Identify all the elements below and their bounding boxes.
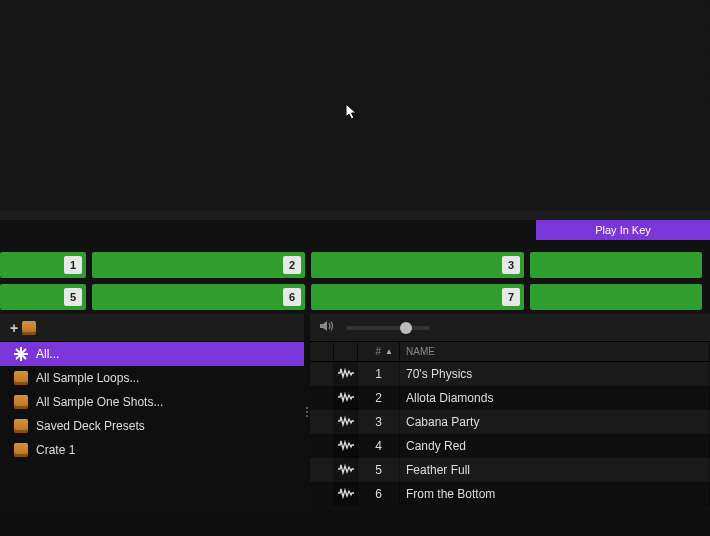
cell-number: 1 xyxy=(358,362,400,386)
waveform-icon xyxy=(338,367,354,381)
cell-waveform[interactable] xyxy=(334,458,358,482)
divider-strip xyxy=(0,210,710,220)
cell-name: Allota Diamonds xyxy=(400,386,710,410)
cell-name: Feather Full xyxy=(400,458,710,482)
sidebar-list: All...All Sample Loops...All Sample One … xyxy=(0,342,304,510)
play-in-key-button[interactable]: Play In Key xyxy=(536,220,710,240)
cell-name: 70's Physics xyxy=(400,362,710,386)
crate-icon xyxy=(14,395,28,409)
sort-asc-icon: ▲ xyxy=(385,347,393,356)
track-panel: # ▲ NAME 170's Physics2Allota Diamonds3C… xyxy=(310,314,710,510)
crate-icon xyxy=(14,371,28,385)
cell-spacer xyxy=(310,410,334,434)
cell-waveform[interactable] xyxy=(334,410,358,434)
sample-pad-2[interactable]: 2 xyxy=(92,252,305,278)
cell-number: 2 xyxy=(358,386,400,410)
crate-icon xyxy=(14,419,28,433)
sidebar-item[interactable]: All Sample Loops... xyxy=(0,366,304,390)
column-name-label: NAME xyxy=(406,346,435,357)
cell-spacer xyxy=(310,386,334,410)
sample-pad-4[interactable] xyxy=(530,252,702,278)
cell-waveform[interactable] xyxy=(334,362,358,386)
cell-number: 4 xyxy=(358,434,400,458)
pad-number: 5 xyxy=(64,288,82,306)
waveform-icon xyxy=(338,439,354,453)
column-name[interactable]: NAME xyxy=(400,342,710,361)
sidebar-item-label: All Sample Loops... xyxy=(36,371,139,385)
cell-name: From the Bottom xyxy=(400,482,710,506)
workspace-area xyxy=(0,0,710,210)
spark-icon xyxy=(14,347,28,361)
table-row[interactable]: 2Allota Diamonds xyxy=(310,386,710,410)
table-body: 170's Physics2Allota Diamonds3Cabana Par… xyxy=(310,362,710,510)
sidebar-item[interactable]: Crate 1 xyxy=(0,438,304,462)
column-waveform[interactable] xyxy=(334,342,358,361)
pad-number: 2 xyxy=(283,256,301,274)
sample-pad-7[interactable]: 7 xyxy=(311,284,524,310)
pad-number: 7 xyxy=(502,288,520,306)
preview-volume-row xyxy=(310,314,710,342)
sidebar-item-label: Crate 1 xyxy=(36,443,75,457)
sidebar-item[interactable]: All Sample One Shots... xyxy=(0,390,304,414)
pad-number: 1 xyxy=(64,256,82,274)
cell-spacer xyxy=(310,434,334,458)
cursor-icon xyxy=(345,103,359,121)
cell-spacer xyxy=(310,482,334,506)
sample-pad-6[interactable]: 6 xyxy=(92,284,305,310)
sample-pad-3[interactable]: 3 xyxy=(311,252,524,278)
cell-spacer xyxy=(310,458,334,482)
plus-icon: + xyxy=(10,320,18,336)
cell-number: 5 xyxy=(358,458,400,482)
cell-waveform[interactable] xyxy=(334,386,358,410)
add-crate-button[interactable]: + xyxy=(0,314,304,342)
table-header: # ▲ NAME xyxy=(310,342,710,362)
cell-name: Cabana Party xyxy=(400,410,710,434)
sample-pad-8[interactable] xyxy=(530,284,702,310)
cell-number: 3 xyxy=(358,410,400,434)
waveform-icon xyxy=(338,487,354,501)
sample-pad-5[interactable]: 5 xyxy=(0,284,86,310)
column-number[interactable]: # ▲ xyxy=(358,342,400,361)
sidebar-item[interactable]: All... xyxy=(0,342,304,366)
cell-name: Candy Red xyxy=(400,434,710,458)
cell-waveform[interactable] xyxy=(334,434,358,458)
table-row[interactable]: 4Candy Red xyxy=(310,434,710,458)
table-row[interactable]: 3Cabana Party xyxy=(310,410,710,434)
table-row[interactable]: 6From the Bottom xyxy=(310,482,710,506)
sidebar-item-label: Saved Deck Presets xyxy=(36,419,145,433)
waveform-icon xyxy=(338,463,354,477)
crate-icon xyxy=(14,443,28,457)
preview-volume-slider[interactable] xyxy=(346,326,430,330)
pad-number: 6 xyxy=(283,288,301,306)
sidebar-item-label: All... xyxy=(36,347,59,361)
cell-spacer xyxy=(310,362,334,386)
sampler-pad-grid: 1 2 3 5 6 7 xyxy=(0,248,710,314)
sample-pad-1[interactable]: 1 xyxy=(0,252,86,278)
pad-number: 3 xyxy=(502,256,520,274)
column-spacer xyxy=(310,342,334,361)
sidebar-item-label: All Sample One Shots... xyxy=(36,395,163,409)
browser-area: + All...All Sample Loops...All Sample On… xyxy=(0,314,710,510)
sidebar-item[interactable]: Saved Deck Presets xyxy=(0,414,304,438)
column-number-label: # xyxy=(376,346,382,357)
table-row[interactable]: 170's Physics xyxy=(310,362,710,386)
crate-icon xyxy=(22,321,36,335)
table-row[interactable]: 5Feather Full xyxy=(310,458,710,482)
cell-number: 6 xyxy=(358,482,400,506)
waveform-icon xyxy=(338,415,354,429)
slider-thumb[interactable] xyxy=(400,322,412,334)
cell-waveform[interactable] xyxy=(334,482,358,506)
speaker-icon xyxy=(320,320,334,335)
toolbar-row: Play In Key xyxy=(0,220,710,248)
waveform-icon xyxy=(338,391,354,405)
sidebar: + All...All Sample Loops...All Sample On… xyxy=(0,314,304,510)
